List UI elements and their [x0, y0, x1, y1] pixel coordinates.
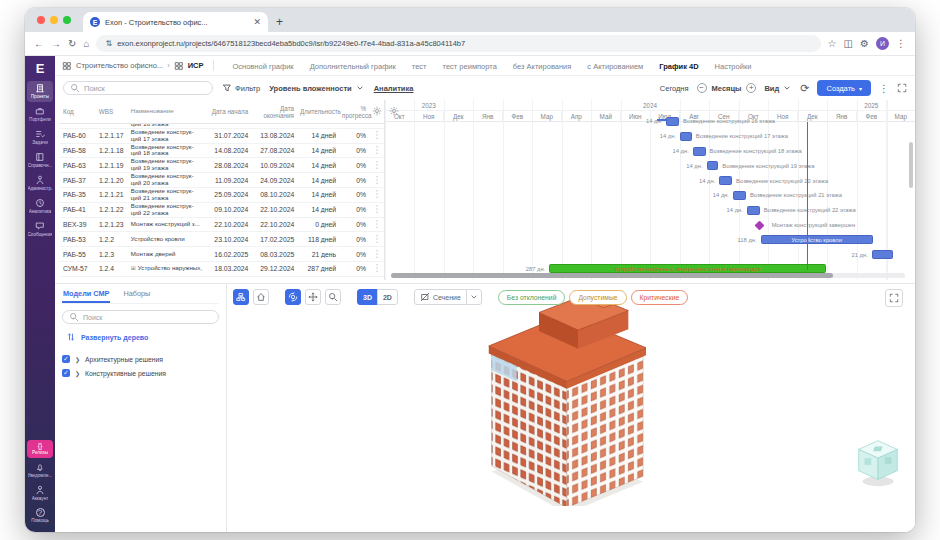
mode-2d-button[interactable]: 2D	[377, 289, 398, 305]
horizontal-scrollbar[interactable]	[391, 273, 905, 278]
orbit-button[interactable]	[285, 289, 301, 305]
gantt-bar[interactable]	[707, 161, 719, 170]
tab-close-icon[interactable]: ✕	[253, 17, 261, 27]
table-row[interactable]: РАБ-351.2.1.21Возведение конструк-ций 21…	[60, 188, 384, 203]
gantt-milestone[interactable]	[755, 220, 765, 230]
table-row[interactable]: РАБ-531.2.2Устройство кровли23.10.202417…	[60, 232, 384, 247]
sidebar-item-briefcase[interactable]: Портфели	[27, 104, 53, 125]
section-button[interactable]: Сечение	[414, 289, 467, 305]
today-button[interactable]: Сегодня	[660, 84, 689, 93]
column-header[interactable]: Код	[60, 108, 96, 115]
gantt-bar[interactable]	[872, 250, 894, 259]
fullscreen-icon[interactable]	[897, 83, 907, 93]
breadcrumb[interactable]: Строительство офисно... › ИСР	[62, 61, 203, 71]
view-cube[interactable]	[849, 434, 907, 490]
deviation-pill-g[interactable]: Без отклонений	[498, 290, 566, 305]
column-header[interactable]: Длительность	[297, 108, 339, 115]
gantt-bar[interactable]	[666, 117, 679, 126]
checkbox[interactable]: ✓	[62, 369, 70, 377]
tab-тест[interactable]: тест	[404, 56, 435, 76]
gantt-bar[interactable]	[747, 206, 760, 215]
gantt-bar[interactable]	[733, 191, 746, 200]
table-row[interactable]: РАБ-411.2.1.22Возведение конструк-ций 22…	[60, 203, 384, 218]
tab-График 4D[interactable]: График 4D	[651, 56, 706, 76]
nesting-level-dropdown[interactable]: Уровень вложенности	[269, 83, 365, 93]
sidebar-item-tasks[interactable]: Задачи	[27, 127, 53, 148]
tab-без Актирования[interactable]: без Актирования	[505, 56, 580, 76]
pan-button[interactable]	[305, 289, 321, 305]
browser-tab[interactable]: E Exon - Строительство офис... ✕	[83, 12, 268, 32]
reload-icon[interactable]: ↻	[68, 38, 76, 49]
site-info-icon[interactable]: ⇅	[105, 40, 112, 48]
column-header[interactable]: Дата начала	[205, 108, 251, 115]
address-bar[interactable]: ⇅ exon.exonproject.ru/projects/646751812…	[96, 35, 820, 52]
tab-Основной график[interactable]: Основной график	[224, 56, 301, 76]
tab-тест реимпорта[interactable]: тест реимпорта	[435, 56, 505, 76]
tree-item[interactable]: ✓❯Конструктивные решения	[62, 366, 219, 380]
column-header[interactable]: Дата окончания	[251, 105, 297, 119]
maximize-window-button[interactable]	[63, 16, 71, 24]
chevron-right-icon[interactable]: ❯	[75, 370, 80, 377]
bim-viewer[interactable]: 3D2DСечениеБез отклоненийДопустимыеКрити…	[227, 284, 915, 532]
model-panel-tab-Наборы[interactable]: Наборы	[122, 287, 151, 303]
table-row[interactable]: РАБ-601.2.1.17Возведение конструк-ций 17…	[60, 129, 384, 144]
sidebar-item-bell[interactable]: Уведомле...	[27, 460, 53, 481]
table-row[interactable]: РАБ-551.2.3Монтаж дверей16.02.202508.03.…	[60, 247, 384, 262]
zoom-button[interactable]	[325, 289, 341, 305]
table-row[interactable]: РАБ-371.2.1.20Возведение конструк-ций 20…	[60, 173, 384, 188]
tab-Настройки[interactable]: Настройки	[707, 56, 760, 76]
viewer-fullscreen-button[interactable]	[885, 289, 903, 307]
sidebar-item-person[interactable]: Аккаунт	[27, 483, 53, 504]
sidebar-item-braces[interactable]: {}Релизы	[27, 440, 53, 458]
minimize-window-button[interactable]	[50, 16, 58, 24]
sidebar-item-clock[interactable]: Аналитика	[27, 196, 53, 217]
zoom-out-icon[interactable]: −	[697, 83, 707, 93]
side-panel-icon[interactable]: ◫	[844, 38, 853, 49]
mode-3d-button[interactable]: 3D	[357, 289, 378, 305]
analytics-link[interactable]: Аналитика	[374, 84, 414, 93]
bim-model-canvas[interactable]	[475, 292, 657, 506]
chevron-right-icon[interactable]: ❯	[75, 356, 80, 363]
gantt-bar[interactable]: Устройство кровли	[761, 235, 873, 244]
create-button[interactable]: Создать ▾	[817, 80, 871, 96]
expand-row-icon[interactable]: ⊞	[131, 265, 136, 271]
model-panel-tab-Модели СМР[interactable]: Модели СМР	[62, 287, 110, 303]
vertical-scrollbar[interactable]	[909, 142, 913, 188]
table-row[interactable]: РАБ-581.2.1.18Возведение конструк-ций 18…	[60, 144, 384, 159]
timeline-settings-icon[interactable]	[389, 106, 399, 116]
sidebar-item-book[interactable]: Справочн...	[27, 150, 53, 171]
table-row[interactable]: РАБ-631.2.1.19Возведение конструк-ций 19…	[60, 158, 384, 173]
filter-button[interactable]: Фильтр	[222, 83, 260, 93]
sidebar-item-chat[interactable]: Сообщения	[27, 219, 53, 240]
home-view-button[interactable]	[253, 289, 269, 305]
table-row[interactable]: СУМ-571.2.4⊞Устройство наружных,18.03.20…	[60, 262, 384, 277]
sidebar-item-help[interactable]: ?Помощь	[27, 506, 53, 526]
table-row[interactable]: ВЕХ-391.2.1.23Монтаж конструкций з...22.…	[60, 218, 384, 233]
gantt-timeline[interactable]: 202320242025 ОктНояДекЯнвФевМарАпрМайИюн…	[385, 100, 915, 280]
refresh-icon[interactable]: ⟳	[800, 82, 809, 95]
extensions-icon[interactable]: ⚙	[860, 38, 869, 49]
checkbox[interactable]: ✓	[62, 355, 70, 363]
deviation-pill-a[interactable]: Допустимые	[569, 290, 626, 305]
view-dropdown[interactable]: Вид	[764, 83, 792, 93]
close-window-button[interactable]	[37, 16, 45, 24]
model-tree-button[interactable]	[233, 289, 249, 305]
new-tab-button[interactable]: +	[276, 15, 283, 29]
more-menu-icon[interactable]: ⋮	[879, 83, 889, 94]
model-search-input[interactable]: Поиск	[62, 310, 219, 324]
expand-tree-link[interactable]: Развернуть дерево	[66, 332, 219, 342]
sidebar-item-building[interactable]: Проекты	[27, 81, 53, 102]
tab-Дополнительный график[interactable]: Дополнительный график	[302, 56, 404, 76]
zoom-in-icon[interactable]: +	[746, 83, 756, 93]
tree-item[interactable]: ✓❯Архитектурные решения	[62, 352, 219, 366]
column-header[interactable]: Наименование	[128, 108, 206, 115]
tab-с Актированием[interactable]: с Актированием	[579, 56, 651, 76]
home-icon[interactable]: ⌂	[83, 38, 89, 49]
column-header[interactable]: % прогресса	[339, 105, 369, 119]
section-dropdown-button[interactable]	[466, 289, 482, 305]
gantt-bar[interactable]	[719, 176, 732, 185]
column-header[interactable]: WBS	[96, 108, 128, 115]
forward-icon[interactable]: →	[51, 38, 61, 49]
gantt-bar[interactable]	[680, 132, 692, 141]
search-input[interactable]: Поиск	[63, 81, 213, 95]
